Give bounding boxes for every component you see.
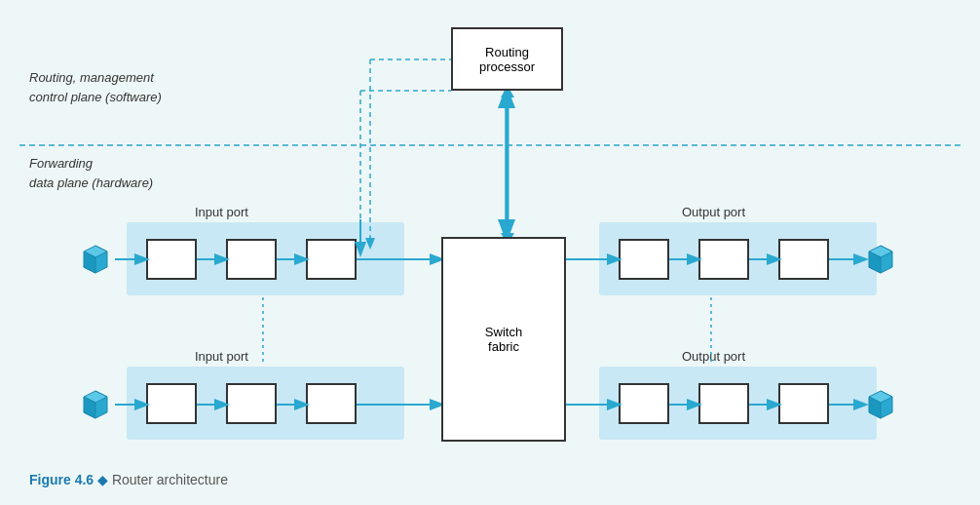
ip2-box3	[306, 383, 357, 424]
divider-line	[19, 144, 961, 146]
ip2-box2	[226, 383, 277, 424]
input-port-label-1: Input port	[195, 205, 248, 219]
forwarding-plane-label: Forwarding data plane (hardware)	[29, 154, 153, 192]
figure-text: Router architecture	[112, 472, 228, 487]
ip1-box2	[226, 239, 277, 280]
output-port-label-1: Output port	[682, 205, 745, 219]
figure-caption: Figure 4.6 ◆ Router architecture	[29, 472, 228, 487]
diagram-area: Routing, management control plane (softw…	[0, 0, 980, 505]
net-icon-right-2	[865, 387, 896, 422]
routing-processor-box: Routing processor	[451, 27, 563, 91]
output-port-label-2: Output port	[682, 349, 745, 364]
op1-box2	[698, 239, 749, 280]
net-icon-left-1	[80, 242, 111, 277]
input-port-label-2: Input port	[195, 349, 248, 364]
op1-box1	[619, 239, 669, 280]
net-icon-right-1	[865, 242, 896, 277]
op1-box3	[778, 239, 829, 280]
switch-fabric-box: Switch fabric	[441, 237, 566, 442]
ip2-box1	[146, 383, 197, 424]
figure-number: Figure 4.6	[29, 472, 94, 487]
op2-box1	[619, 383, 669, 424]
control-plane-label: Routing, management control plane (softw…	[29, 68, 162, 106]
net-icon-left-2	[80, 387, 111, 422]
op2-box2	[698, 383, 749, 424]
op2-box3	[778, 383, 829, 424]
ip1-box3	[306, 239, 357, 280]
ip1-box1	[146, 239, 197, 280]
figure-symbol: ◆	[97, 472, 112, 487]
